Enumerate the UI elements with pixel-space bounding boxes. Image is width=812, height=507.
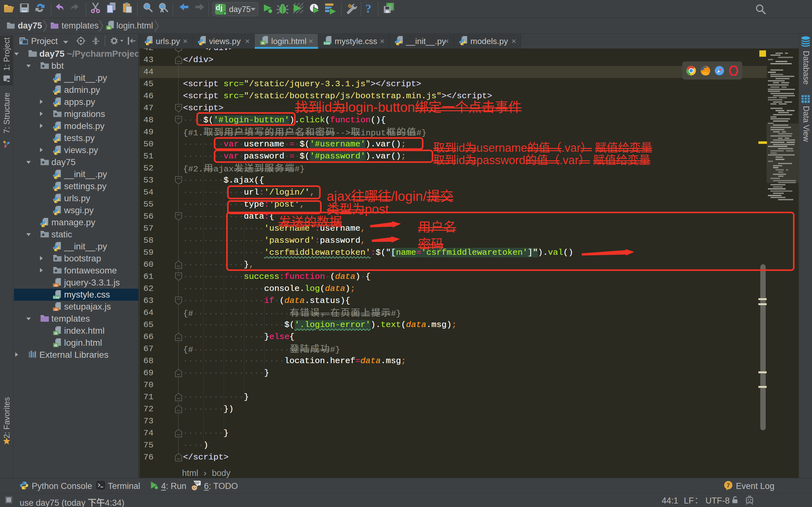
svg-text:?: ? (365, 2, 371, 15)
svg-text:7: 7 (727, 482, 730, 489)
